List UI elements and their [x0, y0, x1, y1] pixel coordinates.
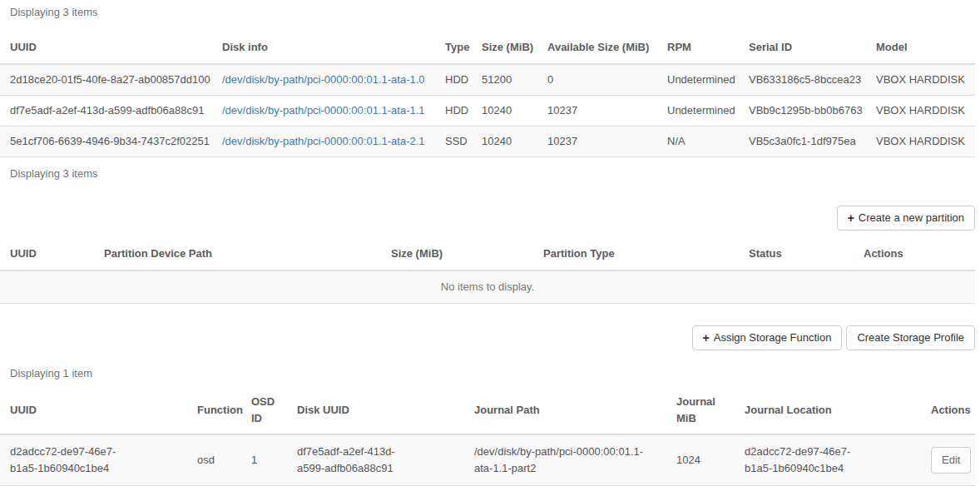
disks-col-rpm[interactable]: RPM: [657, 31, 739, 64]
partitions-col-uuid[interactable]: UUID: [0, 237, 94, 270]
assign-storage-function-button-label: Assign Storage Function: [714, 330, 832, 345]
disk-uuid: 2d18ce20-01f5-40fe-8a27-ab00857dd100: [0, 64, 212, 96]
disks-table: UUID Disk info Type Size (MiB) Available…: [0, 31, 975, 157]
disk-serial-id: VBb9c1295b-bb0b6763: [739, 96, 866, 126]
storage-function: osd: [187, 434, 241, 486]
disk-rpm: N/A: [657, 126, 739, 157]
storage-uuid: d2adcc72-de97-46e7-b1a5-1b60940c1be4: [10, 444, 135, 477]
disk-size: 10240: [472, 126, 537, 157]
storage-col-uuid[interactable]: UUID: [0, 387, 187, 434]
create-partition-button-label: Create a new partition: [859, 211, 964, 226]
disks-count-label-top: Displaying 3 items: [10, 4, 975, 21]
disk-rpm: Undetermined: [657, 96, 739, 126]
storage-disk-uuid: df7e5adf-a2ef-413d-a599-adfb06a88c91: [297, 444, 422, 477]
storage-functions-table: UUID Function OSD ID Disk UUID Journal P…: [0, 387, 975, 486]
disks-table-header-row: UUID Disk info Type Size (MiB) Available…: [0, 31, 975, 64]
storage-col-osd-id[interactable]: OSD ID: [241, 387, 287, 434]
disks-col-type[interactable]: Type: [435, 31, 472, 64]
disk-uuid: df7e5adf-a2ef-413d-a599-adfb06a88c91: [0, 96, 212, 126]
disks-col-disk-info[interactable]: Disk info: [212, 31, 435, 64]
plus-icon: +: [703, 330, 710, 345]
disk-serial-id: VB5c3a0fc1-1df975ea: [739, 126, 866, 157]
partitions-col-status[interactable]: Status: [739, 237, 854, 270]
disk-available-size: 0: [537, 64, 657, 96]
disks-col-available-size[interactable]: Available Size (MiB): [537, 31, 657, 64]
plus-icon: +: [848, 211, 854, 226]
disks-col-size[interactable]: Size (MiB): [472, 31, 537, 64]
disk-row[interactable]: df7e5adf-a2ef-413d-a599-adfb06a88c91 /de…: [0, 96, 975, 126]
storage-col-journal-path[interactable]: Journal Path: [464, 387, 666, 434]
disk-model: VBOX HARDDISK: [866, 96, 975, 126]
disk-available-size: 10237: [537, 126, 657, 157]
disk-model: VBOX HARDDISK: [866, 64, 975, 96]
storage-count-label-top: Displaying 1 item: [10, 365, 975, 382]
assign-storage-function-button[interactable]: + Assign Storage Function: [692, 325, 843, 350]
storage-journal-mib: 1024: [666, 434, 735, 486]
disk-size: 10240: [472, 96, 537, 126]
storage-col-journal-mib[interactable]: Journal MiB: [666, 387, 735, 434]
create-storage-profile-button-label: Create Storage Profile: [857, 330, 964, 345]
partitions-empty-row: No items to display.: [0, 270, 975, 304]
disk-type: SSD: [435, 126, 472, 157]
partitions-table-header-row: UUID Partition Device Path Size (MiB) Pa…: [0, 237, 975, 270]
disk-row[interactable]: 5e1cf706-6639-4946-9b34-7437c2f02251 /de…: [0, 126, 975, 157]
storage-col-journal-location[interactable]: Journal Location: [735, 387, 921, 434]
disk-info-link[interactable]: /dev/disk/by-path/pci-0000:00:01.1-ata-1…: [222, 73, 425, 86]
partitions-table: UUID Partition Device Path Size (MiB) Pa…: [0, 237, 975, 304]
partitions-col-partition-type[interactable]: Partition Type: [533, 237, 739, 270]
disk-model: VBOX HARDDISK: [866, 126, 975, 157]
disk-info-link[interactable]: /dev/disk/by-path/pci-0000:00:01.1-ata-2…: [222, 135, 425, 147]
disk-available-size: 10237: [537, 96, 657, 126]
disks-count-label-bottom: Displaying 3 items: [10, 166, 975, 182]
disk-size: 51200: [472, 64, 537, 96]
storage-osd-id: 1: [241, 434, 287, 486]
disk-uuid: 5e1cf706-6639-4946-9b34-7437c2f02251: [0, 126, 212, 157]
partitions-col-actions[interactable]: Actions: [854, 237, 975, 270]
storage-journal-path: /dev/disk/by-path/pci-0000:00:01.1-ata-1…: [474, 444, 651, 477]
storage-col-disk-uuid[interactable]: Disk UUID: [287, 387, 464, 434]
edit-button[interactable]: Edit: [931, 447, 971, 474]
disk-rpm: Undetermined: [657, 64, 739, 96]
storage-journal-location: d2adcc72-de97-46e7-b1a5-1b60940c1be4: [745, 444, 869, 477]
storage-function-row[interactable]: d2adcc72-de97-46e7-b1a5-1b60940c1be4 osd…: [0, 434, 975, 486]
disk-type: HDD: [435, 96, 472, 126]
disk-row[interactable]: 2d18ce20-01f5-40fe-8a27-ab00857dd100 /de…: [0, 64, 975, 96]
storage-col-function[interactable]: Function: [187, 387, 241, 434]
create-partition-button[interactable]: + Create a new partition: [837, 206, 975, 231]
disks-col-serial-id[interactable]: Serial ID: [739, 31, 866, 64]
empty-message: No items to display.: [0, 270, 975, 304]
disk-info-link[interactable]: /dev/disk/by-path/pci-0000:00:01.1-ata-1…: [222, 104, 425, 117]
disks-col-model[interactable]: Model: [866, 31, 975, 64]
partitions-col-device-path[interactable]: Partition Device Path: [94, 237, 381, 270]
create-storage-profile-button[interactable]: Create Storage Profile: [846, 325, 975, 350]
disks-col-uuid[interactable]: UUID: [0, 31, 212, 64]
partitions-col-size[interactable]: Size (MiB): [381, 237, 533, 270]
storage-table-header-row: UUID Function OSD ID Disk UUID Journal P…: [0, 387, 975, 434]
disk-serial-id: VB633186c5-8bccea23: [739, 64, 866, 96]
storage-col-actions: Actions: [921, 387, 975, 434]
disk-type: HDD: [435, 64, 472, 96]
